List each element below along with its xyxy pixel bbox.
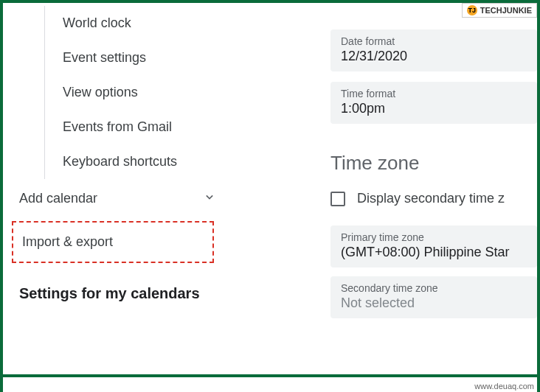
sidebar-general-group: World clock Event settings View options …	[44, 6, 243, 179]
sidebar-item-label: Events from Gmail	[63, 119, 172, 134]
sidebar-item-add-calendar[interactable]: Add calendar	[6, 179, 243, 218]
primary-timezone-select[interactable]: Primary time zone (GMT+08:00) Philippine…	[330, 225, 537, 267]
decorative-border	[0, 374, 540, 377]
field-value: 12/31/2020	[341, 49, 527, 64]
watermark-url: www.deuaq.com	[474, 382, 534, 391]
techjunkie-icon: TJ	[467, 5, 477, 15]
field-label: Primary time zone	[341, 231, 527, 243]
sidebar-item-world-clock[interactable]: World clock	[45, 6, 243, 41]
secondary-timezone-checkbox-row[interactable]: Display secondary time z	[330, 191, 537, 206]
sidebar-item-events-from-gmail[interactable]: Events from Gmail	[45, 110, 243, 144]
settings-content: Date format 12/31/2020 Time format 1:00p…	[249, 6, 537, 371]
sidebar-item-label: View options	[63, 85, 138, 99]
field-label: Time format	[341, 88, 527, 99]
sidebar-item-import-export[interactable]: Import & export	[12, 221, 214, 263]
field-value: (GMT+08:00) Philippine Star	[341, 245, 527, 260]
secondary-timezone-select[interactable]: Secondary time zone Not selected	[330, 276, 537, 318]
watermark-badge: TJ TECHJUNKIE	[462, 3, 537, 18]
sidebar-item-label: Event settings	[63, 50, 146, 65]
field-value: Not selected	[341, 295, 527, 311]
sidebar-item-label: Import & export	[22, 234, 113, 250]
sidebar-item-view-options[interactable]: View options	[45, 75, 243, 110]
field-value: 1:00pm	[341, 101, 527, 116]
field-label: Secondary time zone	[341, 282, 527, 294]
chevron-down-icon	[202, 189, 217, 208]
decorative-border	[537, 0, 540, 392]
sidebar-item-label: World clock	[63, 15, 131, 30]
sidebar-item-keyboard-shortcuts[interactable]: Keyboard shortcuts	[45, 144, 243, 179]
date-format-select[interactable]: Date format 12/31/2020	[330, 29, 537, 71]
timezone-heading: Time zone	[330, 152, 537, 175]
sidebar-item-label: Keyboard shortcuts	[63, 154, 177, 169]
checkbox-icon[interactable]	[330, 192, 345, 206]
field-label: Date format	[341, 35, 527, 47]
decorative-border	[0, 0, 540, 3]
settings-container: World clock Event settings View options …	[0, 0, 540, 374]
sidebar-item-label: Add calendar	[19, 191, 97, 206]
watermark-badge-text: TECHJUNKIE	[480, 6, 532, 15]
settings-sidebar: World clock Event settings View options …	[3, 6, 249, 371]
checkbox-label: Display secondary time z	[357, 191, 505, 206]
sidebar-section-heading: Settings for my calendars	[6, 266, 243, 309]
decorative-border	[0, 0, 3, 392]
time-format-select[interactable]: Time format 1:00pm	[330, 82, 537, 124]
sidebar-item-event-settings[interactable]: Event settings	[45, 41, 243, 75]
